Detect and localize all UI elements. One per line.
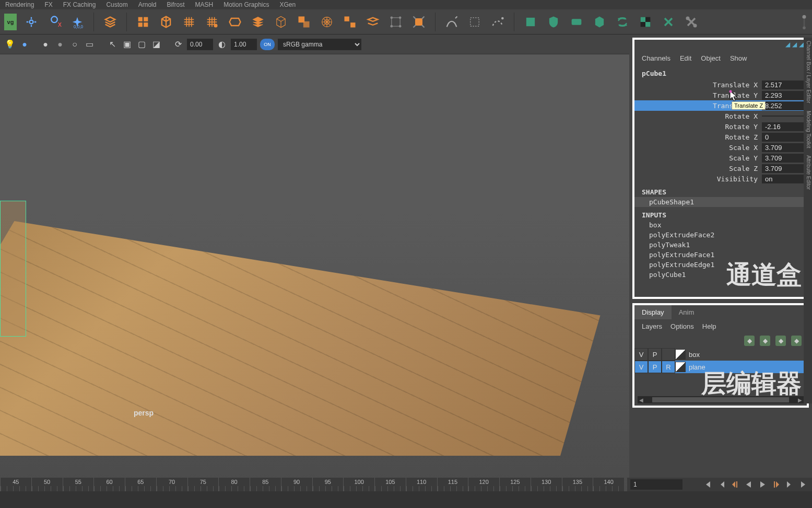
play-back-button[interactable] (743, 479, 755, 490)
shape-item[interactable]: pCubeShape1 (634, 197, 807, 207)
attr-value[interactable]: -2.16 (762, 122, 807, 131)
window3-icon[interactable]: ◪ (150, 39, 162, 50)
attr-value[interactable] (762, 116, 807, 117)
cb-menu-object[interactable]: Object (701, 54, 721, 62)
layer-tab-anim[interactable]: Anim (672, 305, 702, 319)
attr-row-rotate-x[interactable]: Rotate X (634, 111, 807, 121)
combine-icon[interactable] (296, 14, 312, 30)
stack-icon[interactable] (250, 14, 266, 30)
svg-tool-icon[interactable]: vg (4, 14, 17, 30)
cb-menu-edit[interactable]: Edit (680, 54, 691, 62)
green-cube-icon[interactable] (591, 14, 608, 30)
snap-point-icon[interactable]: 0,0,0 (69, 14, 86, 30)
timeline[interactable]: 4550556065707580859095100105110115120125… (0, 478, 624, 491)
layer-color-swatch[interactable] (675, 362, 686, 372)
bbox-icon[interactable] (387, 14, 404, 30)
input-item[interactable]: polyExtrudeFace2 (634, 230, 807, 240)
separate-icon[interactable] (342, 14, 358, 30)
green-swap-icon[interactable] (614, 14, 631, 30)
cursor-icon[interactable]: ↖ (107, 39, 118, 50)
attr-row-scale-z[interactable]: Scale Z3.709 (634, 163, 807, 174)
layer-icon-3[interactable]: ◆ (775, 336, 786, 346)
attr-row-scale-x[interactable]: Scale X3.709 (634, 142, 807, 153)
toggle-on-icon[interactable]: ON (260, 39, 275, 50)
attr-label[interactable]: Rotate X (634, 112, 762, 120)
curve-tool-icon[interactable] (443, 14, 460, 30)
cb-icon2[interactable]: ◢ (792, 41, 797, 48)
menu-arnold[interactable]: Arnold (138, 1, 157, 8)
layer-v-toggle[interactable]: V (634, 361, 648, 373)
layer-menu-options[interactable]: Options (670, 322, 694, 330)
menu-xgen[interactable]: XGen (280, 1, 296, 8)
go-start-button[interactable] (702, 479, 714, 490)
right-tab[interactable]: Channel Box / Layer Editor (804, 41, 811, 103)
layers2-icon[interactable] (364, 14, 381, 30)
attr-row-scale-y[interactable]: Scale Y3.709 (634, 153, 807, 163)
snap-grid-icon[interactable] (23, 14, 40, 30)
current-frame-input[interactable] (630, 479, 682, 490)
attr-label[interactable]: Scale Z (634, 165, 762, 172)
attr-value[interactable]: 3.709 (762, 154, 807, 163)
play-forward-button[interactable] (757, 479, 768, 490)
rect-icon[interactable]: ▭ (84, 39, 95, 50)
attr-label[interactable]: Rotate Z (634, 133, 762, 141)
layer-r-toggle[interactable] (662, 348, 675, 361)
attr-row-rotate-y[interactable]: Rotate Y-2.16 (634, 121, 807, 132)
layer-menu-layers[interactable]: Layers (642, 322, 662, 330)
layer-scrollbar[interactable]: ◀▶ (638, 396, 804, 403)
light-icon[interactable]: 💡 (4, 39, 16, 50)
right-tab[interactable]: Modeling Toolkit (804, 111, 811, 148)
attr-label[interactable]: Translate X (634, 81, 762, 89)
layer-tab-display[interactable]: Display (634, 305, 672, 319)
attr-label[interactable]: Rotate Y (634, 123, 762, 131)
edit-curve-icon[interactable] (489, 14, 506, 30)
transform-icon[interactable] (410, 14, 427, 30)
layer-icon-4[interactable]: ◆ (791, 336, 802, 346)
snap-curve-icon[interactable]: x (46, 14, 63, 30)
green-square-icon[interactable] (522, 14, 539, 30)
colorspace-select[interactable]: sRGB gamma (278, 39, 361, 50)
grid-icon[interactable] (135, 14, 151, 30)
viewport-3d[interactable]: persp (0, 54, 629, 508)
go-end-button[interactable] (797, 479, 809, 490)
attr-row-translate-y[interactable]: Translate Y2.293 (634, 90, 807, 100)
sphere2-icon[interactable]: ● (40, 39, 51, 50)
green-shield-icon[interactable] (545, 14, 562, 30)
menu-fx[interactable]: FX (44, 1, 52, 8)
menu-motion-graphics[interactable]: Motion Graphics (223, 1, 269, 8)
menu-bifrost[interactable]: Bifrost (167, 1, 184, 8)
window2-icon[interactable]: ▢ (136, 39, 147, 50)
uv-grid-icon[interactable] (637, 14, 654, 30)
green-rect-icon[interactable] (568, 14, 585, 30)
right-tab[interactable]: Attribute Editor (804, 155, 811, 190)
attr-value[interactable]: 8.252 (762, 101, 807, 110)
menu-fx-caching[interactable]: FX Caching (63, 1, 96, 8)
attr-value[interactable]: 3.709 (762, 143, 807, 152)
contrast-icon[interactable]: ◐ (216, 39, 228, 50)
refresh-icon[interactable]: ⟳ (172, 39, 184, 50)
step-fwd-button[interactable] (784, 479, 795, 490)
layer-p-toggle[interactable]: P (648, 348, 662, 361)
attr-row-rotate-z[interactable]: Rotate Z0 (634, 132, 807, 142)
cb-icon3[interactable]: ◢ (799, 41, 804, 48)
circle-icon[interactable]: ○ (69, 39, 80, 50)
mesh-grid2-icon[interactable] (204, 14, 220, 30)
sculpt-icon[interactable] (683, 14, 700, 30)
layer-v-toggle[interactable]: V (634, 348, 648, 361)
attr-row-translate-x[interactable]: Translate X2.517 (634, 79, 807, 90)
sphere1-icon[interactable]: ● (19, 39, 30, 50)
menu-custom[interactable]: Custom (106, 1, 127, 8)
layer-row-box[interactable]: VPbox (634, 348, 807, 361)
layer-icon-1[interactable]: ◆ (744, 336, 755, 346)
cb-menu-show[interactable]: Show (730, 54, 747, 62)
layer-icon[interactable] (102, 14, 119, 30)
cb-icon1[interactable]: ◢ (785, 41, 790, 48)
attr-row-translate-z[interactable]: Translate Z8.252 (634, 100, 807, 111)
gamma-input[interactable] (231, 39, 257, 50)
menu-mash[interactable]: MASH (195, 1, 213, 8)
layer-icon-2[interactable]: ◆ (760, 336, 770, 346)
object-name[interactable]: pCube1 (634, 67, 807, 79)
green-cut-icon[interactable] (660, 14, 677, 30)
box-shape-icon[interactable] (227, 14, 243, 30)
attr-value[interactable]: 2.517 (762, 80, 807, 89)
